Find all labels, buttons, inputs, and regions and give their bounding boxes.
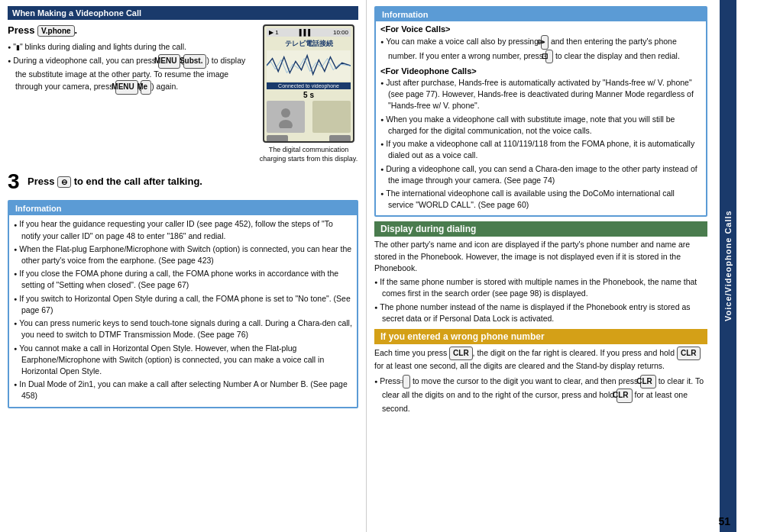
info-bullet-2: When the Flat-plug Earphone/Microphone w… [14, 243, 352, 266]
right-info-header: Information [376, 8, 706, 21]
waveform-svg [267, 50, 351, 81]
wrong-phone-bullet-1: Press ○ to move the cursor to the digit … [374, 375, 707, 414]
end-button[interactable]: ⊖ [57, 176, 71, 188]
screen-buttons [267, 135, 351, 143]
for-voice-title: <For Voice Calls> [380, 24, 701, 34]
display-bullets: If the same phone number is stored with … [374, 276, 707, 324]
clr-hold-btn[interactable]: CLR [677, 347, 701, 361]
bullet-blink: "▮" blinks during dialing and lights dur… [8, 41, 253, 53]
wrong-phone-text: Each time you press CLR, the digit on th… [374, 347, 707, 372]
clr-btn[interactable]: ⊡ [545, 50, 553, 64]
display-during-dialing-section: Display during dialing The other party's… [374, 221, 707, 324]
step-text: Press ⊖ to end the call after talking. [28, 171, 202, 188]
video-bullet-3: If you make a videophone call at 110/119… [380, 138, 701, 161]
phone-screen: ▶ 1 ▌▌▌ 10:00 テレビ電話接続 Connected to video… [263, 24, 354, 143]
voice-bullet-1: You can make a voice call also by pressi… [380, 35, 701, 63]
subst-btn[interactable]: Subst. [183, 54, 207, 69]
wrong-phone-section: If you entered a wrong phone number Each… [374, 329, 707, 414]
step-3-container: 3 Press ⊖ to end the call after talking. [8, 171, 358, 192]
screen-btn-right [329, 135, 351, 143]
svg-point-0 [281, 108, 290, 118]
svg-point-1 [279, 120, 293, 128]
face-icon [274, 105, 297, 128]
video-bullet-1: Just after purchase, Hands-free is autom… [380, 77, 701, 112]
screen-header: ▶ 1 ▌▌▌ 10:00 [267, 28, 351, 37]
right-panel: Information <For Voice Calls> You can ma… [367, 0, 736, 532]
video-bullet-2: When you make a videophone call with sub… [380, 114, 701, 137]
wrong-phone-header: If you entered a wrong phone number [374, 329, 707, 344]
image-placeholder [312, 101, 351, 133]
info-box: Information If you hear the guidance req… [8, 200, 358, 408]
display-during-dialing-header: Display during dialing [374, 221, 707, 237]
for-video-bullets: Just after purchase, Hands-free is autom… [380, 77, 701, 211]
right-info-box: Information <For Voice Calls> You can ma… [374, 6, 707, 217]
for-video-title: <For Videophone Calls> [380, 66, 701, 76]
display-bullet-1: If the same phone number is stored with … [374, 276, 707, 299]
info-bullet-4: If you switch to Horizontal Open Style d… [14, 293, 352, 316]
v-phone-button[interactable]: V.phone [37, 25, 75, 37]
call-btn[interactable]: ⌲ [541, 35, 549, 50]
screen-time: 10:00 [333, 29, 348, 36]
me-btn[interactable]: Me [141, 80, 151, 95]
info-bullet-5: You can press numeric keys to send touch… [14, 318, 352, 340]
page-number: 51 [718, 515, 730, 527]
face-placeholder [267, 101, 305, 133]
screen-header-left: ▶ 1 [269, 29, 279, 36]
info-bullet-3: If you close the FOMA phone during a cal… [14, 268, 352, 291]
top-bullets: "▮" blinks during dialing and lights dur… [8, 41, 253, 94]
timer-text: 5 s [267, 91, 351, 99]
signal-icon: ▌▌▌ [299, 29, 312, 36]
screen-title: テレビ電話接続 [267, 39, 351, 49]
display-bullet-2: The phone number instead of the name is … [374, 301, 707, 324]
info-bullet-6: You cannot make a call in Horizontal Ope… [14, 343, 352, 378]
step-number: 3 [8, 171, 23, 192]
for-voice-bullets: You can make a voice call also by pressi… [380, 35, 701, 63]
cursor-btn[interactable]: ○ [403, 375, 410, 389]
clr-btn-3[interactable]: CLR [640, 375, 656, 389]
video-bullet-5: The international videophone call is ava… [380, 188, 701, 211]
display-during-dialing-text: The other party's name and icon are disp… [374, 239, 707, 274]
left-panel: When Making a Videophone Call Press V.ph… [0, 0, 367, 532]
video-bullet-4: During a videophone call, you can send a… [380, 163, 701, 186]
right-content: Information <For Voice Calls> You can ma… [374, 6, 726, 416]
info-header-label: Information [9, 202, 357, 215]
top-left: Press V.phone. "▮" blinks during dialing… [8, 24, 253, 163]
press-line: Press V.phone. [8, 24, 253, 37]
info-bullet-1: If you hear the guidance requesting your… [14, 218, 352, 241]
wrong-phone-bullets: Press ○ to move the cursor to the digit … [374, 375, 707, 414]
menu-btn[interactable]: MENU [158, 54, 180, 69]
screen-btn-left [267, 135, 288, 143]
info-bullet-7: In Dual Mode of 2in1, you can make a cal… [14, 379, 352, 401]
top-section: Press V.phone. "▮" blinks during dialing… [8, 24, 358, 163]
bullet-videophone: During a videophone call, you can press … [8, 54, 253, 94]
clr-btn-2[interactable]: CLR [449, 347, 473, 361]
side-tab: Voice/Videophone Calls [720, 0, 736, 532]
connected-text: Connected to videophone [267, 82, 351, 89]
section-header: When Making a Videophone Call [8, 6, 358, 20]
waveform [267, 50, 351, 81]
caption: The digital communication charging start… [259, 146, 358, 163]
phone-image-container: ▶ 1 ▌▌▌ 10:00 テレビ電話接続 Connected to video… [259, 24, 358, 163]
info-bullet-list: If you hear the guidance requesting your… [14, 218, 352, 401]
clr-hold-btn-2[interactable]: CLR [617, 389, 633, 403]
menu-btn2[interactable]: MENU [115, 80, 138, 95]
